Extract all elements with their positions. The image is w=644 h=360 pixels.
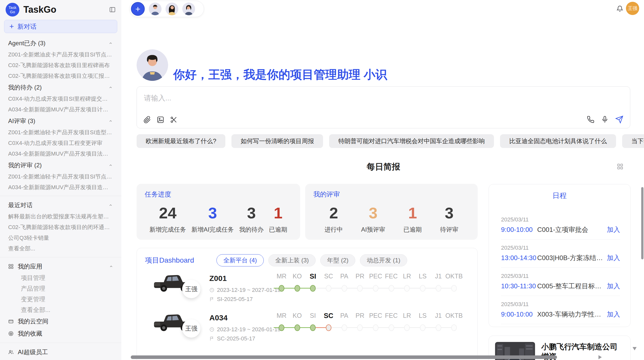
suggestion-chip[interactable]: 当下年轻人对汽车外观有怎样的喜好趋势 (622, 134, 644, 148)
project-name: Z001 (209, 274, 227, 283)
plus-icon: + (9, 23, 14, 30)
scroll-right-arrow[interactable] (598, 355, 602, 359)
flag-text: SI-2025-05-17 (217, 296, 253, 303)
assistant-switcher: + (130, 1, 204, 17)
list-item[interactable]: C02-飞腾新能源轻客改款项目的闭环通告反馈情况 (0, 222, 121, 233)
project-row[interactable]: 王强 Z001 2023-12-19 ~ 2027-01-19 SI-2025-… (137, 268, 477, 308)
clock-icon (209, 327, 214, 332)
list-item[interactable]: C0X4-动力总成开发项目工程变更评审 (0, 138, 121, 148)
section-title: 最近对话 (8, 201, 33, 209)
section-my-review[interactable]: 我的评审 (2) (0, 159, 121, 171)
briefing-layout-button[interactable] (617, 163, 623, 170)
join-link[interactable]: 加入 (607, 253, 620, 262)
suggestion-chip[interactable]: 特朗普可能对进口汽车增税会对中国车企造成哪些影响 (329, 134, 494, 148)
dates-text: 2023-12-19 ~ 2026-01-19 (217, 326, 281, 333)
sidebar-item-my-apps[interactable]: 我的应用 (0, 260, 121, 273)
suggestion-chip[interactable]: 欧洲新规最近颁布了什么? (137, 134, 225, 148)
app-item-product-mgmt[interactable]: 产品管理 (0, 283, 121, 294)
schedule-date: 2025/03/11 (501, 300, 620, 309)
sidebar-item-cloud-space[interactable]: 我的云空间 (0, 315, 121, 327)
sidebar-item-ai-staff[interactable]: AI超级员工 (0, 346, 121, 358)
section-agent-done[interactable]: Agent已办 (3) (0, 37, 121, 49)
list-item[interactable]: Z001-全新燃油轻卡产品开发项目SI造型提交物评审 (0, 127, 121, 138)
tab-powertrain[interactable]: 动总开发 (1) (360, 254, 407, 266)
sidebar-item-help-write[interactable]: 帮我写作 (0, 358, 121, 360)
paperclip-icon (143, 116, 151, 124)
sidebar-collapse-button[interactable] (109, 6, 116, 13)
join-link[interactable]: 加入 (607, 225, 620, 234)
chevron-up-icon (109, 119, 113, 123)
section-recent-chats[interactable]: 最近对话 (0, 199, 121, 211)
chat-input[interactable]: 请输入... (137, 86, 630, 128)
section-my-todo[interactable]: 我的待办 (2) (0, 81, 121, 94)
project-row[interactable]: 王强 A034 2023-12-19 ~ 2026-01-19 SC-2025-… (137, 308, 477, 347)
app-window: Task Go TaskGo + 新对话 Agent已办 (3) Z001-全新… (0, 0, 644, 360)
assistant-avatar-3[interactable] (182, 3, 195, 15)
list-item[interactable]: Z001-全新燃油皮卡产品开发项目SI节点Lesson Learn报告 (0, 49, 121, 60)
sidebar-item-favorites[interactable]: 我的收藏 (0, 327, 121, 340)
schedule-time: 9:00-10:00 (501, 310, 537, 318)
assistant-avatar-2[interactable] (166, 3, 178, 15)
send-button[interactable] (615, 115, 623, 124)
assistant-avatar-1[interactable] (149, 3, 162, 15)
list-item[interactable]: A034-全新新能源MUV产品开发项目计划变更表编写 (0, 104, 121, 115)
schedule-entry: 2025/03/11 9:00-10:00 X003-车辆动力学性能验... 加… (489, 296, 630, 324)
schedule-time: 13:00-14:30 (501, 254, 537, 262)
tab-new-platform[interactable]: 全新平台 (4) (216, 254, 264, 266)
divider (0, 257, 121, 257)
list-item[interactable]: A034-全新新能源MUV产品开发项目法规符合性评审 (0, 148, 121, 159)
milestone-marker (389, 285, 394, 292)
avatar-illustration (149, 3, 162, 15)
list-item[interactable]: 公司Q3轻卡销量 (0, 233, 121, 243)
tab-year-model[interactable]: 年型 (2) (320, 254, 355, 266)
suggestion-chip[interactable]: 如何写一份清晰的项目周报 (231, 134, 323, 148)
milestone-marker (404, 285, 410, 292)
stat-value: 24 (150, 202, 186, 224)
list-item[interactable]: 解释最新出台的欧盟报废车法规再生塑料比例被调至15%... (0, 211, 121, 222)
task-progress-card: 任务进度 24 新增完成任务 3 新增AI完成任务 3 我的待办 1 已逾期 (137, 184, 300, 240)
app-item-change-mgmt[interactable]: 变更管理 (0, 294, 121, 305)
new-chat-button[interactable]: + 新对话 (4, 20, 117, 33)
project-rows: 王强 Z001 2023-12-19 ~ 2027-01-19 SI-2025-… (137, 268, 477, 360)
insert-image-button[interactable] (157, 116, 164, 124)
vertical-scrollbar-thumb[interactable] (641, 187, 643, 259)
user-avatar[interactable]: 王强 (626, 2, 639, 15)
schedule-event-name: X003-车辆动力学性能验... (537, 310, 603, 319)
list-item[interactable]: C0X4-动力总成开发项目SI里程碑提交物检查 (0, 94, 121, 104)
app-item-project-mgmt[interactable]: 项目管理 (0, 273, 121, 283)
section-ai-review[interactable]: AI评审 (3) (0, 115, 121, 127)
stat-value: 1 (403, 202, 422, 224)
stat-value: 3 (361, 202, 385, 224)
list-item[interactable]: C02-飞腾新能源轻客改款项目里程碑画布 (0, 60, 121, 71)
divider (501, 324, 620, 324)
horizontal-scrollbar-thumb[interactable] (131, 355, 557, 359)
microphone-button[interactable] (601, 116, 609, 123)
view-all-apps-link[interactable]: 查看全部... (0, 305, 121, 315)
project-name: A034 (209, 313, 228, 322)
stat-overdue: 1 已逾期 (269, 202, 287, 234)
milestone-marker (342, 324, 347, 331)
list-item[interactable]: A034-全新新能源MUV产品开发项目造型可行性评审 (0, 182, 121, 193)
divider (0, 343, 121, 343)
join-link[interactable]: 加入 (607, 310, 620, 319)
view-all-chats-link[interactable]: 查看全部... (0, 243, 121, 254)
project-milestone-flag: SC-2025-05-17 (209, 335, 255, 342)
schedule-entry: 2025/03/11 9:00-10:00 C001-立项审批会 加入 (489, 211, 630, 239)
milestone-marker (295, 324, 300, 331)
schedule-time: 9:00-10:00 (501, 226, 537, 234)
suggestion-chip[interactable]: 比亚迪全固态电池计划具体说了什么 (500, 134, 616, 148)
tab-new-body[interactable]: 全新上装 (3) (268, 254, 316, 266)
notifications-button[interactable] (616, 5, 623, 12)
stat-label: AI预评审 (361, 226, 385, 234)
voice-call-button[interactable] (587, 116, 594, 123)
list-item[interactable]: C02-飞腾新能源轻客改款项目立项汇报方案 (0, 71, 121, 81)
list-item[interactable]: Z001-全新燃油轻卡产品开发项目SI节点属性5D文件评审 (0, 171, 121, 182)
scroll-down-arrow[interactable] (633, 347, 637, 350)
attach-button[interactable] (143, 116, 151, 124)
add-assistant-button[interactable]: + (131, 2, 145, 16)
section-title: 我的评审 (2) (8, 161, 42, 169)
join-link[interactable]: 加入 (607, 282, 620, 291)
screenshot-button[interactable] (170, 116, 178, 124)
my-apps-label: 我的应用 (18, 262, 105, 271)
cloud-space-icon (8, 319, 14, 324)
